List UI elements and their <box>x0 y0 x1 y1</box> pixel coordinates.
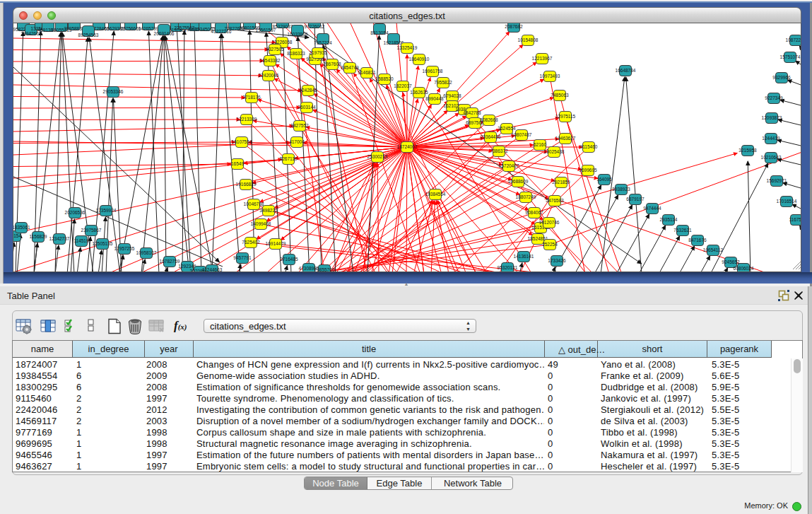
svg-text:1835061: 1835061 <box>13 225 30 230</box>
svg-text:164095: 164095 <box>596 177 612 182</box>
svg-text:16033809: 16033809 <box>288 32 308 37</box>
svg-text:16549: 16549 <box>231 161 244 166</box>
svg-text:22420046: 22420046 <box>259 73 279 78</box>
svg-text:10654112: 10654112 <box>703 247 724 252</box>
svg-text:97226012: 97226012 <box>305 24 325 29</box>
svg-text:10046788: 10046788 <box>244 201 264 206</box>
svg-text:10210643: 10210643 <box>761 155 782 160</box>
svg-text:6794028: 6794028 <box>443 93 461 98</box>
svg-text:23975867: 23975867 <box>81 228 102 233</box>
svg-text:39958838: 39958838 <box>64 26 85 31</box>
svg-text:12213967: 12213967 <box>532 56 553 61</box>
svg-text:2197935: 2197935 <box>309 50 327 55</box>
svg-text:2718176: 2718176 <box>242 95 261 100</box>
svg-text:20364436: 20364436 <box>481 134 501 139</box>
svg-text:1362635: 1362635 <box>410 90 428 95</box>
svg-text:3624554: 3624554 <box>498 126 516 131</box>
svg-text:23226058: 23226058 <box>272 40 293 45</box>
svg-text:9474444: 9474444 <box>643 206 661 211</box>
svg-text:2867608: 2867608 <box>323 62 341 66</box>
svg-text:16648784: 16648784 <box>616 68 636 73</box>
svg-text:7955822: 7955822 <box>434 80 452 85</box>
svg-text:19384554: 19384554 <box>425 192 446 197</box>
svg-text:2087682: 2087682 <box>505 24 523 29</box>
svg-text:14099468: 14099468 <box>251 221 271 226</box>
svg-text:10154808: 10154808 <box>518 37 539 42</box>
svg-text:12213389: 12213389 <box>237 117 257 122</box>
svg-text:7625402: 7625402 <box>242 240 260 245</box>
svg-text:1156829: 1156829 <box>30 234 47 239</box>
svg-text:8454749: 8454749 <box>341 65 359 70</box>
svg-text:20206536: 20206536 <box>65 210 86 215</box>
svg-text:85329037: 85329037 <box>273 24 293 29</box>
svg-text:12975115: 12975115 <box>555 114 576 119</box>
svg-text:3498222: 3498222 <box>259 208 278 213</box>
svg-text:15751074: 15751074 <box>780 54 801 59</box>
svg-text:8471676: 8471676 <box>688 238 707 243</box>
svg-text:252254: 252254 <box>542 242 558 247</box>
svg-text:66629388: 66629388 <box>105 26 125 31</box>
svg-text:9245652: 9245652 <box>722 259 740 264</box>
svg-text:17359924: 17359924 <box>96 208 117 213</box>
svg-text:18640910: 18640910 <box>409 57 430 62</box>
svg-text:10688609: 10688609 <box>508 179 529 184</box>
svg-text:89254563: 89254563 <box>78 33 99 37</box>
svg-text:10807487: 10807487 <box>512 132 532 137</box>
svg-text:17957255: 17957255 <box>114 246 135 251</box>
svg-text:7386372: 7386372 <box>490 148 508 153</box>
svg-text:9457791: 9457791 <box>233 255 252 260</box>
svg-text:9242848: 9242848 <box>299 88 317 93</box>
svg-text:25300215: 25300215 <box>367 154 388 159</box>
svg-text:114519: 114519 <box>73 238 89 243</box>
svg-text:9699695: 9699695 <box>579 168 597 173</box>
svg-text:16543382: 16543382 <box>260 58 281 63</box>
svg-text:10973493: 10973493 <box>540 74 560 78</box>
svg-text:9227349: 9227349 <box>765 95 783 100</box>
svg-text:14136141: 14136141 <box>514 254 534 259</box>
svg-text:13325419: 13325419 <box>397 45 418 50</box>
svg-text:8990448: 8990448 <box>425 96 444 101</box>
svg-text:29053346: 29053346 <box>103 89 124 94</box>
svg-text:17016514: 17016514 <box>777 199 797 204</box>
svg-text:8938923: 8938923 <box>612 187 630 192</box>
svg-text:41244663: 41244663 <box>202 267 223 271</box>
svg-text:20691406: 20691406 <box>154 31 175 36</box>
svg-text:9146821: 9146821 <box>358 70 376 75</box>
svg-text:15692971: 15692971 <box>767 178 787 183</box>
svg-text:14265799: 14265799 <box>139 26 159 31</box>
svg-text:1244419: 1244419 <box>762 136 780 141</box>
svg-text:10958107: 10958107 <box>136 250 157 255</box>
svg-text:10025438: 10025438 <box>544 149 565 154</box>
svg-text:7485063: 7485063 <box>551 93 569 98</box>
svg-text:9329966: 9329966 <box>772 75 791 80</box>
svg-text:6879197: 6879197 <box>626 197 645 201</box>
svg-text:16107554: 16107554 <box>232 139 252 144</box>
svg-text:9327505: 9327505 <box>266 47 284 52</box>
svg-text:2603144: 2603144 <box>298 105 316 110</box>
svg-text:2921859: 2921859 <box>552 180 570 185</box>
svg-text:18807249: 18807249 <box>516 194 536 199</box>
svg-text:8082668: 8082668 <box>480 117 498 122</box>
svg-text:5476583: 5476583 <box>546 198 564 203</box>
svg-text:10120746: 10120746 <box>539 220 560 225</box>
svg-text:9115460: 9115460 <box>580 144 598 149</box>
svg-text:19166829: 19166829 <box>236 182 257 187</box>
svg-text:95320121: 95320121 <box>498 265 518 270</box>
svg-text:22575562: 22575562 <box>175 25 195 30</box>
svg-text:2935114: 2935114 <box>660 217 678 222</box>
svg-text:12342737: 12342737 <box>49 236 70 241</box>
svg-text:116753: 116753 <box>789 217 801 222</box>
svg-text:1588520: 1588520 <box>375 76 394 81</box>
svg-text:16961758: 16961758 <box>423 69 443 74</box>
svg-text:12093873: 12093873 <box>762 115 782 120</box>
svg-text:12505135: 12505135 <box>93 241 113 246</box>
svg-text:60806024: 60806024 <box>734 266 754 271</box>
svg-text:7632621: 7632621 <box>673 228 692 233</box>
svg-text:15720407: 15720407 <box>499 163 519 168</box>
svg-text:70855700: 70855700 <box>314 267 335 271</box>
svg-text:19463627: 19463627 <box>555 136 576 141</box>
svg-text:9084067: 9084067 <box>525 210 543 215</box>
svg-text:1733426: 1733426 <box>548 258 566 263</box>
svg-text:1822037: 1822037 <box>394 83 412 88</box>
svg-text:16782759: 16782759 <box>160 259 180 264</box>
